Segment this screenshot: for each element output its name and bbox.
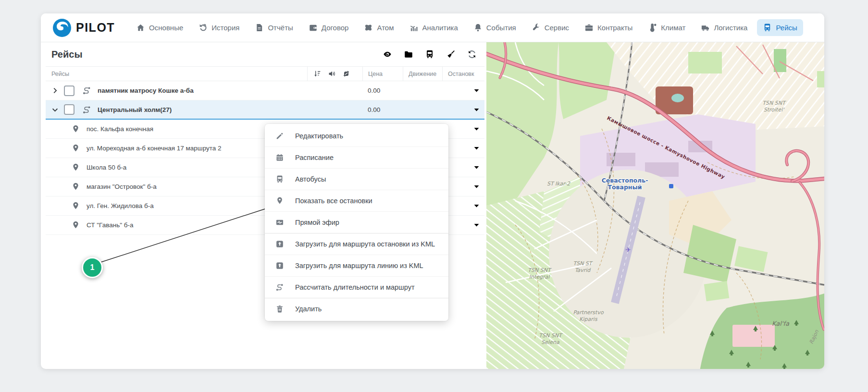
nav-item-briefcase[interactable]: Контракты	[579, 19, 638, 36]
cell-price: 0.00	[362, 87, 403, 94]
route-row[interactable]: Центральный холм(27)0.00	[46, 100, 484, 120]
menu-item-pencil[interactable]: Редактировать	[265, 125, 448, 147]
folder-button[interactable]	[404, 49, 413, 59]
row-checkbox[interactable]	[64, 86, 74, 96]
panel-header: Рейсы	[46, 42, 484, 66]
nav-item-label: События	[486, 24, 516, 32]
menu-item-label: Рассчитать длительности и маршрут	[295, 283, 415, 291]
eye-button[interactable]	[383, 49, 392, 59]
caret-down-icon[interactable]	[473, 87, 480, 94]
map-label: TSN STTavrid	[573, 260, 593, 273]
cell-stops	[442, 145, 484, 152]
menu-item-live[interactable]: Прямой эфир	[265, 211, 448, 233]
route-row[interactable]: памятник матросу Кошке а-ба0.00	[46, 81, 484, 100]
nav-item-label: Основные	[149, 24, 183, 32]
grid-group-label: Рейсы	[46, 67, 307, 81]
calendar-icon	[275, 153, 284, 162]
caret-down-icon[interactable]	[473, 202, 480, 209]
home-icon	[136, 23, 145, 32]
bus-icon	[275, 175, 284, 184]
menu-item-trash[interactable]: Удалить	[265, 298, 448, 319]
trash-icon	[275, 305, 284, 313]
caret-down-icon[interactable]	[473, 125, 480, 133]
menu-item-label: Удалить	[295, 305, 322, 313]
pin-icon	[71, 182, 80, 191]
sort-icon[interactable]	[313, 70, 322, 78]
chevron-down-icon[interactable]	[51, 106, 64, 113]
menu-item-calendar[interactable]: Расписание	[265, 147, 448, 168]
nav-item-bus[interactable]: Рейсы	[757, 19, 803, 36]
caret-down-icon[interactable]	[473, 145, 480, 152]
nav-item-thermo[interactable]: Климат	[642, 19, 691, 36]
cell-stops	[442, 183, 484, 190]
caret-down-icon[interactable]	[473, 183, 480, 190]
menu-item-bus[interactable]: Автобусы	[265, 168, 448, 190]
app-logo[interactable]: PILOT	[52, 18, 115, 37]
map-view[interactable]: ✈ TSN	[486, 42, 824, 369]
upload-icon	[275, 261, 284, 270]
map-label: ST Ikar-2	[547, 181, 570, 187]
nav-item-label: Аналитика	[422, 24, 458, 32]
caret-down-icon[interactable]	[473, 221, 480, 229]
column-header-stops[interactable]: Остановк	[442, 67, 484, 81]
menu-item-upload[interactable]: Загрузить для маршрута остановки из KML	[265, 233, 448, 255]
nav-item-reports[interactable]: Отчёты	[249, 19, 298, 36]
map-label: Kal'fa	[772, 320, 790, 327]
nav-item-home[interactable]: Основные	[130, 19, 189, 36]
wallet-icon	[309, 23, 318, 32]
menu-item-label: Загрузить для маршрута линию из KML	[295, 262, 423, 270]
briefcase-icon	[584, 23, 594, 32]
nav-item-wrench[interactable]: Сервис	[526, 19, 575, 36]
chevron-right-icon[interactable]	[51, 87, 64, 94]
cell-stops	[442, 87, 484, 94]
route-context-menu: РедактироватьРасписаниеАвтобусыПоказать …	[265, 124, 448, 321]
route-icon	[275, 283, 284, 292]
atom-icon	[364, 23, 373, 32]
pin-icon	[71, 220, 80, 230]
sound-icon[interactable]	[328, 70, 336, 78]
nav-item-atom[interactable]: Атом	[358, 19, 399, 36]
menu-item-pin[interactable]: Показать все остановки	[265, 190, 448, 211]
menu-item-label: Расписание	[295, 154, 334, 161]
nav-item-history[interactable]: История	[193, 19, 245, 36]
column-header-price[interactable]: Цена	[362, 67, 403, 81]
nav-item-label: Атом	[377, 24, 394, 32]
menu-item-label: Показать все остановки	[295, 197, 372, 205]
pin-icon	[71, 124, 80, 134]
map-label: Севастополь-Товарный	[602, 177, 648, 191]
cell-stops	[442, 164, 484, 171]
nav-item-label: Сервис	[545, 24, 569, 32]
screen: PILOT ОсновныеИсторияОтчётыДоговорАтомАн…	[0, 0, 868, 392]
annotation-badge: 1	[82, 257, 103, 278]
nav-item-bell[interactable]: События	[468, 19, 522, 36]
live-icon	[275, 218, 284, 227]
menu-item-label: Автобусы	[295, 175, 326, 183]
route-icon	[82, 86, 91, 95]
upload-icon	[275, 240, 284, 248]
grid-header-icons	[307, 67, 362, 81]
cell-stops	[442, 202, 484, 209]
menu-item-route[interactable]: Рассчитать длительности и маршрут	[265, 276, 448, 298]
map-label: TSN SNTIntegral	[528, 267, 552, 280]
menu-item-upload[interactable]: Загрузить для маршрута линию из KML	[265, 255, 448, 276]
nav-item-label: Логистика	[714, 24, 747, 32]
map-label: TSN SNTStroitel'	[762, 100, 786, 113]
broom-button[interactable]	[446, 49, 456, 59]
route-icon	[82, 105, 91, 114]
pilot-logo-icon	[52, 18, 72, 37]
nav-item-wallet[interactable]: Договор	[303, 19, 355, 36]
bus-button[interactable]	[425, 49, 434, 59]
nav-item-label: Рейсы	[776, 24, 797, 32]
caret-down-icon[interactable]	[473, 106, 480, 113]
row-checkbox[interactable]	[64, 104, 74, 115]
refresh-button[interactable]	[467, 49, 477, 59]
reports-icon	[255, 23, 264, 32]
logo-text: PILOT	[76, 21, 115, 35]
nav-item-truck[interactable]: Логистика	[695, 19, 753, 36]
repeat-icon[interactable]	[342, 70, 350, 78]
column-header-movement[interactable]: Движение	[403, 67, 442, 81]
svg-text:✈: ✈	[625, 246, 631, 254]
caret-down-icon[interactable]	[473, 164, 480, 171]
nav-item-label: Контракты	[597, 24, 632, 32]
nav-item-analytics[interactable]: Аналитика	[404, 19, 464, 36]
